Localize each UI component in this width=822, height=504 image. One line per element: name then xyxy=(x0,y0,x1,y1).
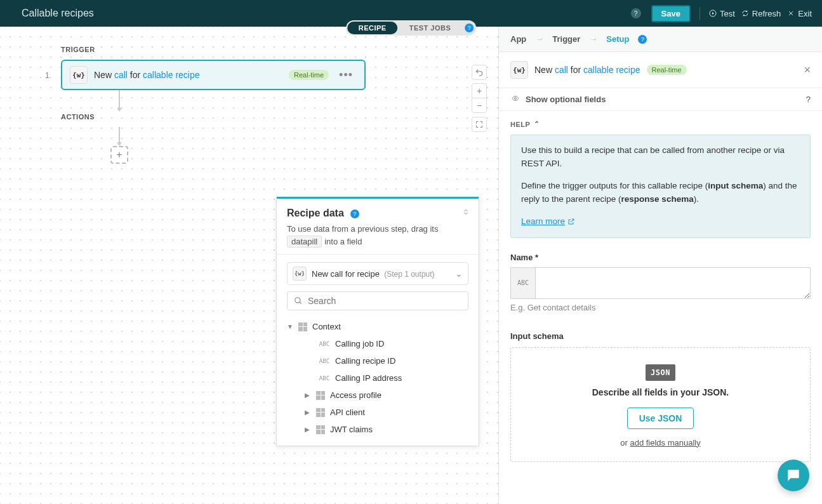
play-icon xyxy=(709,10,717,17)
json-icon: JSON xyxy=(646,364,675,381)
name-field: Name * ABC E.g. Get contact details xyxy=(510,252,811,312)
save-button[interactable]: Save xyxy=(651,5,691,22)
workato-icon: {w} xyxy=(70,66,88,84)
close-icon[interactable]: × xyxy=(804,63,811,77)
abc-icon: ABC xyxy=(319,375,330,381)
canvas-content: TRIGGER 1 {w} New call for callable reci… xyxy=(0,46,498,164)
search-field[interactable] xyxy=(287,291,468,310)
tab-recipe[interactable]: RECIPE xyxy=(347,22,398,34)
help-text: Define the trigger outputs for this call… xyxy=(521,180,800,206)
tree-node[interactable]: ▶Access profile xyxy=(287,387,468,404)
tree-node[interactable]: ▶API client xyxy=(287,404,468,421)
summary-text: New call for callable recipe xyxy=(534,65,640,75)
schema-desc: Describe all fields in your JSON. xyxy=(521,387,800,397)
trigger-summary: {w} New call for callable recipe Real-ti… xyxy=(499,52,822,88)
realtime-badge: Real-time xyxy=(647,65,687,75)
tree-leaf[interactable]: ABCCalling IP address xyxy=(287,369,468,387)
name-input-wrap[interactable]: ABC xyxy=(510,267,811,299)
tree-leaf[interactable]: ABCCalling job ID xyxy=(287,335,468,352)
schema-or: or add fields manually xyxy=(521,438,800,448)
name-input[interactable] xyxy=(536,268,810,298)
svg-point-1 xyxy=(295,298,300,303)
zoom-out-button[interactable]: − xyxy=(472,98,487,113)
help-icon[interactable]: ? xyxy=(350,209,359,218)
tabs-pill: RECIPE TEST JOBS ? xyxy=(346,20,477,36)
add-action-button[interactable]: + xyxy=(110,146,128,164)
object-icon xyxy=(316,425,325,434)
step-number: 1 xyxy=(43,70,50,80)
abc-icon: ABC xyxy=(319,358,330,364)
name-hint: E.g. Get contact details xyxy=(510,303,811,312)
actions-section-label: ACTIONS xyxy=(61,113,498,121)
trigger-card[interactable]: {w} New call for callable recipe Real-ti… xyxy=(61,60,366,90)
main: + − TRIGGER 1 {w} New call for callable … xyxy=(0,27,822,504)
connector xyxy=(119,90,120,109)
help-icon[interactable]: ? xyxy=(465,23,474,32)
learn-more-link[interactable]: Learn more xyxy=(521,215,575,229)
crumb-setup[interactable]: Setup xyxy=(606,34,629,44)
collapse-icon[interactable] xyxy=(462,208,470,218)
trigger-text: New call for callable recipe xyxy=(94,70,282,80)
use-json-button[interactable]: Use JSON xyxy=(627,408,694,429)
chevron-down-icon: ▼ xyxy=(287,323,293,330)
svg-point-2 xyxy=(515,98,517,100)
object-icon xyxy=(316,408,325,417)
add-fields-manually-link[interactable]: add fields manually xyxy=(630,438,700,448)
refresh-button[interactable]: Refresh xyxy=(741,9,781,18)
divider xyxy=(699,7,700,20)
help-text: Use this to build a recipe that can be c… xyxy=(521,144,800,171)
arrow-icon: → xyxy=(535,34,543,44)
close-icon xyxy=(787,10,795,17)
object-icon xyxy=(316,391,325,400)
recipe-data-header: Recipe data ? To use data from a previou… xyxy=(277,199,479,255)
topbar-actions: ? Save Test Refresh Exit xyxy=(631,5,812,22)
recipe-data-desc: To use data from a previous step, drag i… xyxy=(287,223,468,248)
workato-icon: {w} xyxy=(293,267,307,281)
recipe-data-title: Recipe data xyxy=(287,208,344,219)
more-icon[interactable]: ••• xyxy=(335,69,357,82)
optional-label: Show optional fields xyxy=(526,95,606,104)
help-icon[interactable]: ? xyxy=(806,95,811,104)
show-optional-toggle[interactable]: Show optional fields ? xyxy=(499,88,822,111)
test-button[interactable]: Test xyxy=(709,9,735,18)
recipe-data-body: {w} New call for recipe (Step 1 output) … xyxy=(277,255,479,446)
abc-icon: ABC xyxy=(511,268,536,298)
chat-icon xyxy=(785,467,802,484)
tab-test-jobs[interactable]: TEST JOBS xyxy=(398,22,463,34)
tree-leaf[interactable]: ABCCalling recipe ID xyxy=(287,352,468,369)
tree-node[interactable]: ▶JWT claims xyxy=(287,421,468,438)
refresh-label: Refresh xyxy=(752,9,781,18)
eye-icon xyxy=(510,95,520,104)
crumb-app[interactable]: App xyxy=(510,34,526,44)
external-link-icon xyxy=(567,218,575,225)
connector xyxy=(119,127,120,143)
help-section-toggle[interactable]: HELP ⌃ xyxy=(510,120,811,128)
zoom-in-button[interactable]: + xyxy=(472,83,487,98)
search-input[interactable] xyxy=(308,296,461,306)
workato-icon: {w} xyxy=(510,61,528,79)
exit-button[interactable]: Exit xyxy=(787,9,812,18)
exit-label: Exit xyxy=(798,9,812,18)
step-output-selector[interactable]: {w} New call for recipe (Step 1 output) … xyxy=(287,262,468,285)
crumb-trigger[interactable]: Trigger xyxy=(552,34,580,44)
setup-content: HELP ⌃ Use this to build a recipe that c… xyxy=(499,111,822,504)
recipe-data-panel: Recipe data ? To use data from a previou… xyxy=(276,197,479,446)
breadcrumb: App → Trigger → Setup ? xyxy=(499,27,822,52)
trigger-step: 1 {w} New call for callable recipe Real-… xyxy=(43,60,498,90)
refresh-icon xyxy=(741,10,749,17)
page-title: Callable recipes xyxy=(10,8,631,19)
tree-node-context[interactable]: ▼ Context xyxy=(287,318,468,335)
object-icon xyxy=(298,322,307,331)
name-label: Name * xyxy=(510,253,538,262)
chevron-right-icon: ▶ xyxy=(305,426,311,433)
help-icon[interactable]: ? xyxy=(638,35,647,44)
realtime-badge: Real-time xyxy=(289,70,329,80)
fit-button[interactable] xyxy=(472,117,487,132)
abc-icon: ABC xyxy=(319,341,330,347)
chat-button[interactable] xyxy=(778,460,809,491)
right-panel: App → Trigger → Setup ? {w} New call for… xyxy=(498,27,822,504)
test-label: Test xyxy=(720,9,735,18)
chevron-right-icon: ▶ xyxy=(305,409,311,416)
help-icon[interactable]: ? xyxy=(631,8,641,18)
undo-button[interactable] xyxy=(472,65,487,80)
